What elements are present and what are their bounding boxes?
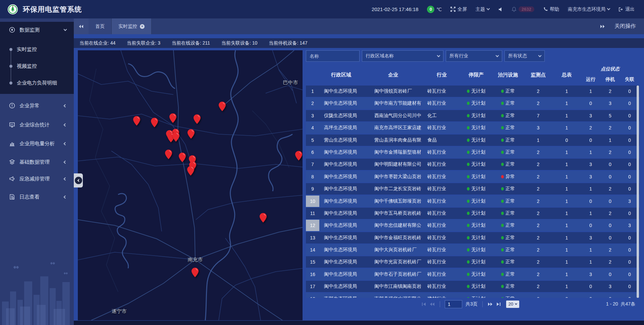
close-operations-button[interactable]: 关闭操作 xyxy=(614,23,636,30)
menu-item-enterprise-statistics[interactable]: 企业综合统计 xyxy=(0,117,74,133)
pin-icon xyxy=(259,213,267,223)
submenu-item-realtime-monitor[interactable]: 实时监控 xyxy=(17,41,37,58)
table-row[interactable]: 12阆中生态环境局阆中市忠信建材有限公砖瓦行业无计划正常21003 xyxy=(306,220,639,231)
table-row[interactable]: 1阆中生态环境局阆中强锐页岩砖厂砖瓦行业无计划正常21120 xyxy=(306,86,639,97)
help-button[interactable]: 帮助 xyxy=(543,6,559,12)
tab-realtime-monitor[interactable]: 实时监控 × xyxy=(112,18,152,34)
cell-industry: 砖瓦行业 xyxy=(423,244,460,256)
chevron-down-icon xyxy=(607,7,610,10)
cell-company: 阆中市南方节能建材有 xyxy=(363,98,423,109)
row-index: 1 xyxy=(306,86,319,97)
map-pin[interactable] xyxy=(178,152,186,163)
menu-item-data-monitoring[interactable]: 数据监测 xyxy=(0,22,74,38)
map-pin[interactable] xyxy=(151,117,158,128)
cell-stopped: 2 xyxy=(600,208,620,219)
last-page-icon xyxy=(496,302,501,306)
tabs-scroll-left-button[interactable] xyxy=(74,18,89,34)
submenu-item-video-monitor[interactable]: 视频监控 xyxy=(17,58,37,74)
map-pin[interactable] xyxy=(259,213,267,223)
menu-item-emergency-reduction[interactable]: 应急减排管理 xyxy=(0,171,74,187)
column-index xyxy=(306,64,319,85)
page-size-select[interactable]: 20 xyxy=(506,301,519,308)
map-pin[interactable] xyxy=(191,267,199,278)
table-row[interactable]: 8阆中生态环境局阆中市枣碧大梁山页岩砖瓦行业无计划异常21300 xyxy=(306,171,639,182)
double-right-arrow-icon[interactable] xyxy=(600,24,605,29)
map-pin[interactable] xyxy=(193,114,201,124)
column-monitor-points: 监测点 xyxy=(524,64,552,85)
cell-total-meters: 1 xyxy=(552,159,581,170)
submenu-dot xyxy=(9,48,12,51)
table-row[interactable]: 14阆中生态环境局阆中大兴页岩机砖厂砖瓦行业无计划正常21120 xyxy=(306,244,639,256)
row-index: 17 xyxy=(306,281,319,292)
cell-running: 3 xyxy=(581,110,600,121)
table-row[interactable]: 7阆中生态环境局阆中明阳建材有限公司砖瓦行业无计划正常21300 xyxy=(306,159,639,170)
table-row[interactable]: 13阆中生态环境局阆中市金福旺页岩机砖砖瓦行业无计划正常21300 xyxy=(306,232,639,243)
cell-monitor-points: 2 xyxy=(524,232,552,243)
menu-item-enterprise-abnormal[interactable]: 企业异常 xyxy=(0,98,74,114)
menu-item-power-usage-analysis[interactable]: 企业用电量分析 xyxy=(0,136,74,152)
industry-filter-select[interactable]: 所有行业 xyxy=(446,50,502,62)
table-row[interactable]: 15阆中生态环境局阆中市光富页岩机砖厂砖瓦行业无计划正常21120 xyxy=(306,256,639,268)
fullscreen-button[interactable]: 全屏 xyxy=(450,6,467,12)
region-select-value: 行政区域名称 xyxy=(366,53,394,59)
table-row[interactable]: 5营山生态环境局营山县润丰肉食品有限食品无计划正常10010 xyxy=(306,134,639,146)
map-pin[interactable] xyxy=(133,116,141,126)
tab-close-icon[interactable]: × xyxy=(140,24,145,29)
phone-icon xyxy=(543,7,548,12)
page-number-input[interactable] xyxy=(445,300,462,308)
menu-item-log-view[interactable]: 日志查看 xyxy=(0,189,74,205)
map-pin[interactable] xyxy=(169,113,177,123)
map-pin[interactable] xyxy=(187,166,195,176)
sidebar-collapse-toggle[interactable] xyxy=(74,173,83,187)
map-panel[interactable]: 巴中市南充市遂宁市 xyxy=(78,50,303,320)
table-row[interactable]: 17阆中生态环境局阆中市江南镇阆南页岩砖瓦行业无计划正常21030 xyxy=(306,281,639,292)
user-org-dropdown[interactable]: 南充市生态环境局 xyxy=(568,6,610,12)
cell-total-meters: 1 xyxy=(552,281,581,292)
region-filter-select[interactable]: 行政区域名称 xyxy=(362,50,443,62)
map-pin[interactable] xyxy=(218,101,226,112)
prev-page-button[interactable] xyxy=(430,302,435,306)
theme-dropdown[interactable]: 主题 xyxy=(476,6,489,12)
map-pin[interactable] xyxy=(172,132,180,142)
cell-running: 1 xyxy=(581,183,600,195)
row-index: 3 xyxy=(306,110,319,121)
status-dot xyxy=(501,224,504,227)
menu-item-base-data-management[interactable]: 基础数据管理 xyxy=(0,154,74,170)
cell-total-meters: 1 xyxy=(552,269,581,280)
notification-indicator[interactable]: 2632 xyxy=(512,6,534,12)
cell-company: 阆中大兴页岩机砖厂 xyxy=(363,244,423,256)
pin-icon xyxy=(187,129,195,139)
cell-monitor-points: 3 xyxy=(524,122,552,133)
status-filter-select[interactable]: 所有状态 xyxy=(504,50,545,62)
table-row[interactable]: 10阆中生态环境局阆中千佛镇五郎垭页岩砖瓦行业无计划正常21003 xyxy=(306,196,639,207)
last-page-button[interactable] xyxy=(496,302,501,306)
row-index: 13 xyxy=(306,232,319,243)
table-row[interactable]: 4高坪生态环境局南充市高坪区王家店建砖瓦行业无计划正常31220 xyxy=(306,122,639,133)
map-road-network xyxy=(78,50,303,320)
cell-stopped: 5 xyxy=(600,110,620,121)
map-pin[interactable] xyxy=(165,149,172,160)
next-page-button[interactable] xyxy=(487,302,493,306)
cell-stopped: 2 xyxy=(600,147,620,158)
pin-icon xyxy=(178,152,186,163)
status-dot xyxy=(467,236,470,239)
first-page-button[interactable] xyxy=(422,302,426,306)
table-scrollbar[interactable] xyxy=(637,86,639,298)
submenu-item-power-load-detail[interactable]: 企业电力负荷明细 xyxy=(17,74,57,91)
tab-home[interactable]: 首页 xyxy=(89,18,112,34)
table-row[interactable]: 11阆中生态环境局阆中市五马桥页岩机砖砖瓦行业无计划正常21120 xyxy=(306,208,639,219)
map-city-label: 南充市 xyxy=(188,257,203,263)
mute-button[interactable] xyxy=(498,7,503,12)
cell-facility-status: 正常 xyxy=(492,232,524,243)
submenu-label: 实时监控 xyxy=(17,46,37,53)
logout-button[interactable]: 退出 xyxy=(619,6,635,12)
table-row[interactable]: 2阆中生态环境局阆中市南方节能建材有砖瓦行业无计划正常21030 xyxy=(306,98,639,109)
table-row[interactable]: 6阆中生态环境局阆中市金博瑞新型墙材砖瓦行业无计划正常21120 xyxy=(306,147,639,158)
map-pin[interactable] xyxy=(187,129,195,139)
chevron-left-icon xyxy=(77,179,80,182)
name-filter-input[interactable] xyxy=(306,50,360,62)
table-row[interactable]: 16阆中生态环境局阆中市石子页岩机砖厂砖瓦行业无计划正常21300 xyxy=(306,269,639,280)
table-row[interactable]: 3仪陇生态环境局西南油气田分公司川中化工无计划正常71350 xyxy=(306,110,639,121)
map-pin[interactable] xyxy=(295,151,303,161)
table-row[interactable]: 9阆中生态环境局阆中市二龙长宝页岩砖砖瓦行业无计划正常21120 xyxy=(306,183,639,195)
